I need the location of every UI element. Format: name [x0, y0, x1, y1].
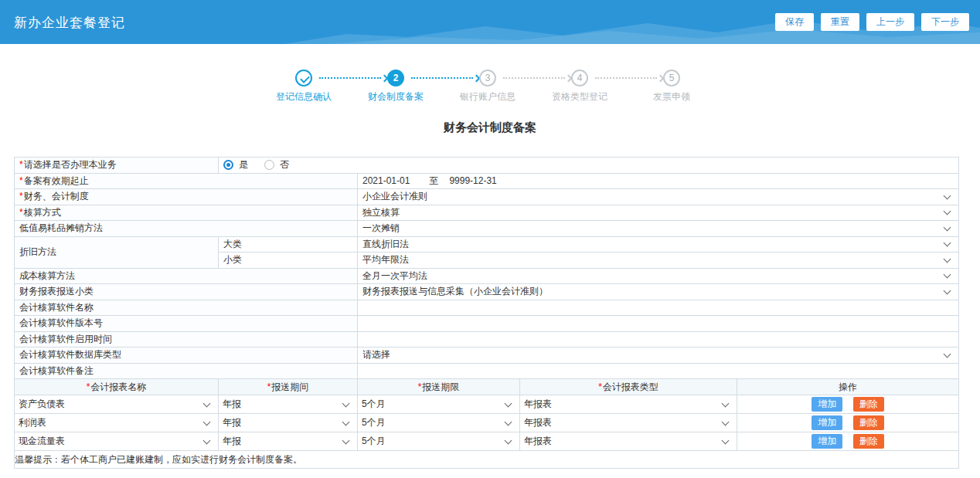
report-period-select[interactable]: 年报 [219, 432, 357, 450]
operations-cell: 增加 删除 [737, 414, 959, 432]
chevron-down-icon [203, 399, 211, 407]
start-date-field[interactable]: 2021-01-01 [362, 175, 410, 186]
form-row-accounting-method: *核算方式 独立核算 [15, 205, 959, 221]
save-button[interactable]: 保存 [775, 13, 814, 31]
step-connector [411, 77, 473, 79]
step-1-indicator [295, 69, 312, 86]
warning-row: 温馨提示：若个体工商户已建账建制，应如实进行财务会计制度备案。 [15, 451, 959, 469]
cost-method-select[interactable]: 全月一次平均法 [358, 268, 959, 284]
form-row-report-subcategory: 财务报表报送小类 财务报表报送与信息采集（小企业会计准则） [15, 284, 959, 300]
add-row-button[interactable]: 增加 [812, 415, 842, 430]
end-date-field[interactable]: 9999-12-31 [449, 175, 496, 186]
field-label-validity-period: *备案有效期起止 [15, 173, 358, 189]
report-table-header-row: *会计报表名称 *报送期间 *报送期限 *会计报表类型 操作 [15, 379, 959, 395]
step-3-indicator: 3 [479, 69, 496, 86]
report-deadline-select[interactable]: 5个月 [358, 414, 519, 432]
chevron-down-icon [944, 208, 951, 215]
handle-business-radio-cell: 是 否 [219, 158, 959, 174]
chevron-down-icon [505, 436, 512, 444]
chevron-down-icon [722, 399, 730, 407]
report-type-select[interactable]: 年报表 [520, 395, 737, 413]
accounting-reports-table: *会计报表名称 *报送期间 *报送期限 *会计报表类型 操作 资产负债表 年报 … [14, 378, 959, 469]
radio-yes[interactable] [223, 160, 233, 170]
chevron-down-icon [944, 239, 951, 247]
operations-cell: 增加 删除 [737, 432, 959, 451]
step-4-indicator: 4 [571, 69, 588, 86]
software-remark-input[interactable] [358, 363, 959, 379]
delete-row-button[interactable]: 删除 [853, 434, 884, 449]
field-label-accounting-system: *财务、会计制度 [15, 189, 358, 205]
step-4-label: 资格类型登记 [529, 90, 630, 103]
page-title: 财务会计制度备案 [0, 120, 980, 135]
step-connector [595, 77, 657, 79]
check-icon [300, 73, 310, 83]
reset-button[interactable]: 重置 [821, 13, 859, 31]
chevron-down-icon [944, 286, 951, 294]
form-row-validity-period: *备案有效期起止 2021-01-01至9999-12-31 [15, 173, 959, 189]
column-header-report-deadline: *报送期限 [358, 379, 520, 395]
report-name-select[interactable]: 利润表 [15, 414, 218, 432]
report-type-select[interactable]: 年报表 [520, 432, 737, 450]
radio-yes-label[interactable]: 是 [239, 158, 248, 171]
delete-row-button[interactable]: 删除 [853, 415, 884, 430]
software-start-time-input[interactable] [358, 331, 959, 347]
radio-no-label[interactable]: 否 [280, 158, 289, 171]
report-name-select[interactable]: 资产负债表 [15, 395, 218, 413]
validity-period-cell: 2021-01-01至9999-12-31 [358, 173, 959, 189]
field-label-depreciation-minor: 小类 [219, 253, 358, 269]
table-row: 资产负债表 年报 5个月 年报表 增加 删除 [15, 395, 959, 414]
previous-step-button[interactable]: 上一步 [866, 13, 914, 31]
table-row: 现金流量表 年报 5个月 年报表 增加 删除 [15, 432, 959, 451]
chevron-down-icon [944, 271, 951, 279]
page-header-title: 新办企业套餐登记 [14, 13, 125, 31]
radio-no[interactable] [264, 160, 274, 170]
accounting-method-select[interactable]: 独立核算 [358, 205, 959, 221]
filing-form: *请选择是否办理本业务 是 否 *备案有效期起止 2021-01-01至9999… [14, 157, 959, 379]
app-header: 新办企业套餐登记 保存 重置 上一步 下一步 [0, 0, 980, 44]
accounting-system-select[interactable]: 小企业会计准则 [358, 189, 959, 205]
delete-row-button[interactable]: 删除 [853, 397, 884, 412]
date-range-separator: 至 [429, 175, 438, 186]
chevron-down-icon [342, 436, 350, 444]
report-name-select[interactable]: 现金流量表 [15, 432, 218, 450]
form-row-accounting-system: *财务、会计制度 小企业会计准则 [15, 189, 959, 205]
report-deadline-select[interactable]: 5个月 [358, 432, 519, 450]
depreciation-major-select[interactable]: 直线折旧法 [358, 236, 959, 253]
field-label-depreciation-major: 大类 [219, 236, 358, 253]
chevron-down-icon [722, 436, 730, 444]
form-row-software-start-time: 会计核算软件启用时间 [15, 331, 959, 347]
software-database-type-select[interactable]: 请选择 [358, 347, 959, 364]
report-period-select[interactable]: 年报 [219, 395, 357, 413]
report-deadline-select[interactable]: 5个月 [358, 395, 519, 413]
field-label-accounting-method: *核算方式 [15, 205, 358, 221]
next-step-button[interactable]: 下一步 [921, 13, 969, 31]
chevron-down-icon [505, 399, 512, 407]
report-period-select[interactable]: 年报 [219, 414, 357, 432]
step-1-label: 登记信息确认 [254, 90, 354, 103]
field-label-handle-business: *请选择是否办理本业务 [15, 158, 219, 174]
step-2-label: 财会制度备案 [345, 90, 446, 103]
form-row-software-remark: 会计核算软件备注 [15, 363, 959, 379]
software-name-input[interactable] [358, 300, 959, 316]
field-label-software-start-time: 会计核算软件启用时间 [15, 331, 358, 347]
report-subcategory-select[interactable]: 财务报表报送与信息采集（小企业会计准则） [358, 284, 959, 300]
field-label-software-remark: 会计核算软件备注 [15, 363, 358, 379]
add-row-button[interactable]: 增加 [812, 434, 842, 449]
chevron-down-icon [944, 255, 951, 263]
step-5-label: 发票申领 [621, 90, 722, 103]
amortization-method-select[interactable]: 一次摊销 [358, 221, 959, 237]
form-row-software-name: 会计核算软件名称 [15, 300, 959, 316]
header-actions: 保存 重置 上一步 下一步 [775, 13, 969, 31]
chevron-down-icon [944, 223, 951, 231]
add-row-button[interactable]: 增加 [812, 397, 842, 412]
chevron-down-icon [342, 418, 350, 425]
report-type-select[interactable]: 年报表 [520, 414, 737, 432]
software-version-input[interactable] [358, 316, 959, 332]
operations-cell: 增加 删除 [737, 395, 959, 414]
depreciation-minor-select[interactable]: 平均年限法 [358, 253, 959, 269]
field-label-depreciation-method: 折旧方法 [15, 236, 219, 268]
form-row-cost-method: 成本核算方法 全月一次平均法 [15, 268, 959, 284]
table-row: 利润表 年报 5个月 年报表 增加 删除 [15, 414, 959, 432]
chevron-down-icon [944, 192, 951, 199]
form-row-software-version: 会计核算软件版本号 [15, 316, 959, 332]
